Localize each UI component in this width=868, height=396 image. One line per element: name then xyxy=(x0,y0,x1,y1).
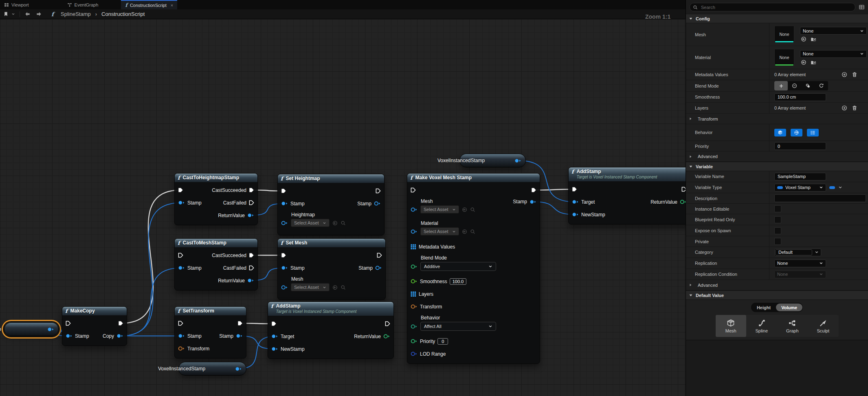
variable-section-header[interactable]: Variable xyxy=(686,162,868,171)
node-set-heightmap[interactable]: fSet HeightmapStampStampHeightmapSelect … xyxy=(277,174,385,235)
transform-expander-row[interactable]: Transform xyxy=(686,114,868,124)
exec-pin[interactable] xyxy=(178,187,183,193)
node-header[interactable]: fCastToHeightmapStamp xyxy=(175,174,257,182)
height-toggle-option[interactable]: Height xyxy=(752,304,776,311)
stamp-pin[interactable] xyxy=(374,201,381,206)
stamp-pin[interactable] xyxy=(178,200,185,205)
enum-dropdown[interactable]: Affect All xyxy=(420,322,496,331)
tab-eventgraph[interactable]: EventGraph xyxy=(63,0,103,9)
blend-replace-button[interactable] xyxy=(815,81,828,90)
close-tab-icon[interactable]: × xyxy=(171,3,173,8)
use-selected-icon[interactable] xyxy=(801,59,806,65)
node-header[interactable]: fAddStampTarget is Voxel Instanced Stamp… xyxy=(268,302,393,316)
use-selected-icon[interactable] xyxy=(332,220,338,226)
node-header[interactable]: fSet Mesh xyxy=(278,239,385,247)
tool-graph-button[interactable]: Graph xyxy=(777,315,808,337)
tab-constructionscript[interactable]: f ConstructionScript × xyxy=(121,0,177,9)
variable-node-samplestamp[interactable]: SampleStamp xyxy=(4,322,59,336)
exec-pin[interactable] xyxy=(681,187,686,192)
expose-on-spawn-checkbox[interactable] xyxy=(774,227,781,234)
exec-pin[interactable] xyxy=(572,187,577,192)
returnvalue-pin[interactable] xyxy=(247,213,254,218)
private-checkbox[interactable] xyxy=(774,238,781,245)
priority-input[interactable]: 0 xyxy=(774,142,826,150)
stamp-pin[interactable] xyxy=(375,265,382,271)
node-casttomeshstamp[interactable]: fCastToMeshStampCastSucceededStampCastFa… xyxy=(174,238,258,290)
exec-pin[interactable] xyxy=(281,253,286,258)
replication-dropdown[interactable]: None xyxy=(774,260,826,267)
stamp-pin[interactable] xyxy=(530,199,536,205)
description-input[interactable] xyxy=(774,194,866,202)
select-asset-dropdown[interactable]: Select Asset xyxy=(420,227,459,235)
node-header[interactable]: fMakeCopy xyxy=(62,307,127,315)
variable-advanced-row[interactable]: Advanced xyxy=(686,280,868,290)
config-section-header[interactable]: Config xyxy=(686,14,868,23)
exec-pin[interactable] xyxy=(377,253,382,258)
tool-sculpt-button[interactable]: Sculpt xyxy=(808,315,839,337)
bookmark-icon[interactable] xyxy=(3,11,9,17)
transform-pin[interactable] xyxy=(411,304,418,309)
castfailed-pin[interactable] xyxy=(249,265,254,271)
returnvalue-pin[interactable] xyxy=(680,199,686,205)
behavior-list-button[interactable] xyxy=(807,129,819,136)
layers-pin[interactable] xyxy=(411,291,416,297)
target-pin[interactable] xyxy=(271,334,278,339)
behavior-mesh-button[interactable] xyxy=(774,129,786,136)
chevron-down-icon[interactable] xyxy=(838,185,842,189)
use-selected-icon[interactable] xyxy=(332,285,338,290)
mesh-pin[interactable] xyxy=(281,285,288,290)
blend-additive-button[interactable] xyxy=(774,81,788,90)
node-header[interactable]: fAddStampTarget is Voxel Instanced Stamp… xyxy=(569,167,686,181)
variable-node-voxelinstancedstamp[interactable]: VoxelInstancedStamp xyxy=(178,362,246,376)
exec-pin[interactable] xyxy=(385,321,390,326)
back-arrow-icon[interactable] xyxy=(24,11,31,17)
node-header[interactable]: fSet Heightmap xyxy=(278,174,384,183)
variable-node-voxelinstancedstamp[interactable]: VoxelInstancedStamp xyxy=(459,154,526,167)
voxelinstancedstamp-pin[interactable] xyxy=(235,366,242,372)
tab-viewport[interactable]: Viewport xyxy=(0,0,33,9)
castfailed-pin[interactable] xyxy=(249,200,254,205)
smoothness-input[interactable]: 100.0 cm xyxy=(774,93,826,101)
use-selected-icon[interactable] xyxy=(462,229,467,234)
default-value-section-header[interactable]: Default Value xyxy=(686,290,868,300)
stamp-pin[interactable] xyxy=(178,265,185,271)
node-addstamp[interactable]: fAddStampTarget is Voxel Instanced Stamp… xyxy=(268,301,394,359)
node-make-voxel-mesh-stamp[interactable]: fMake Voxel Mesh StampMeshSelect AssetSt… xyxy=(407,173,540,364)
castsucceeded-pin[interactable] xyxy=(249,187,254,193)
trash-icon[interactable] xyxy=(852,72,857,77)
trash-icon[interactable] xyxy=(852,105,857,111)
material-thumbnail[interactable]: None xyxy=(774,49,794,66)
node-addstamp[interactable]: fAddStampTarget is Voxel Instanced Stamp… xyxy=(568,167,686,224)
node-set-mesh[interactable]: fSet MeshStampStampMeshSelect Asset xyxy=(277,238,386,300)
material-pin[interactable] xyxy=(411,229,418,234)
behavior-pin[interactable] xyxy=(411,324,418,329)
tool-mesh-button[interactable]: Mesh xyxy=(716,315,747,337)
config-advanced-row[interactable]: Advanced xyxy=(686,152,868,162)
copy-pin[interactable] xyxy=(116,333,123,339)
search-asset-icon[interactable] xyxy=(341,220,346,226)
newstamp-pin[interactable] xyxy=(271,346,278,352)
browse-asset-icon[interactable] xyxy=(811,36,816,42)
returnvalue-pin[interactable] xyxy=(247,278,254,283)
behavior-ball-button[interactable] xyxy=(791,129,802,136)
category-combo[interactable]: Default xyxy=(774,249,821,256)
use-selected-icon[interactable] xyxy=(462,207,467,212)
metadata-values-pin[interactable] xyxy=(411,244,416,250)
voxelinstancedstamp-pin[interactable] xyxy=(514,158,521,163)
value-input[interactable]: 0 xyxy=(437,338,448,345)
forward-arrow-icon[interactable] xyxy=(36,11,42,17)
exec-pin[interactable] xyxy=(271,321,277,326)
value-input[interactable]: 100.0 xyxy=(450,278,467,285)
mesh-thumbnail[interactable]: None xyxy=(774,26,794,43)
volume-toggle-option[interactable]: Volume xyxy=(776,304,802,311)
add-element-icon[interactable] xyxy=(842,72,847,77)
graph-canvas[interactable]: VoxelInstancedStampVoxelInstancedStampSa… xyxy=(0,19,686,396)
heightmap-pin[interactable] xyxy=(281,220,288,226)
breadcrumb-root[interactable]: SplineStamp xyxy=(61,11,91,17)
stamp-pin[interactable] xyxy=(281,265,288,271)
enum-dropdown[interactable]: Additive xyxy=(420,262,496,271)
priority-pin[interactable] xyxy=(411,339,418,344)
wire[interactable] xyxy=(120,203,182,336)
variable-type-dropdown[interactable]: Voxel Stamp xyxy=(774,184,826,191)
exec-pin[interactable] xyxy=(237,321,243,326)
